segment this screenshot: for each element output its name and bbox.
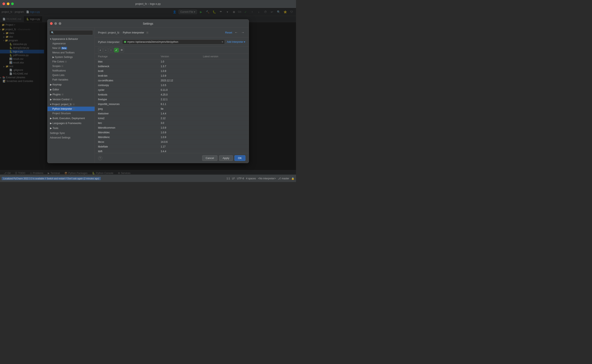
dialog-close[interactable] (50, 22, 53, 25)
table-row[interactable]: libcxx14.0.6 (95, 140, 249, 144)
table-row[interactable]: lerc3.0 (95, 121, 249, 125)
minimize-button[interactable] (7, 2, 9, 5)
ok-button[interactable]: OK (235, 155, 245, 161)
settings-item-new-ui[interactable]: New UI Beta (47, 46, 95, 50)
dialog-title-bar: Settings (47, 20, 249, 28)
dialog-title: Settings (143, 22, 153, 25)
package-name: libffi (95, 149, 158, 153)
settings-item-system[interactable]: ▶ System Settings (47, 55, 95, 59)
settings-item-python-interpreter[interactable]: Python Interpreter ⊞ (47, 107, 95, 111)
maximize-button[interactable] (11, 2, 14, 5)
package-latest-version (200, 64, 249, 69)
close-button[interactable] (2, 2, 5, 5)
settings-search-input[interactable] (49, 30, 93, 35)
status-interpreter[interactable]: <No interpreter> (258, 177, 276, 180)
section-header-tools[interactable]: ▶ Tools (47, 126, 95, 130)
table-row[interactable]: brotli-bin1.0.9 (95, 73, 249, 78)
section-version-control: ▶ Version Control ⊞ (47, 97, 95, 102)
package-latest-version (200, 83, 249, 88)
settings-item-appearance[interactable]: Appearance (47, 41, 95, 46)
table-row[interactable]: blas1.0 (95, 59, 249, 64)
table-row[interactable]: jpeg9e (95, 107, 249, 111)
package-latest-version (200, 97, 249, 102)
table-row[interactable]: libbrotlienc1.0.9 (95, 135, 249, 140)
package-name: blas (95, 59, 158, 64)
package-table: Package Version Latest version blas1.0bo… (95, 54, 249, 153)
table-row[interactable]: libbrotlicommon1.0.9 (95, 125, 249, 130)
package-name: importlib_resources (95, 102, 158, 107)
nav-forward-button[interactable]: → (241, 30, 245, 35)
status-line-col[interactable]: 1:1 (227, 177, 230, 180)
table-row[interactable]: cycler0.11.0 (95, 88, 249, 92)
table-row[interactable]: freetype2.12.1 (95, 97, 249, 102)
help-button[interactable]: ? (98, 156, 102, 160)
settings-item-file-colors[interactable]: File Colors ⊞ (47, 59, 95, 64)
settings-item-project-structure[interactable]: Project Structure (47, 111, 95, 116)
dialog-traffic-lights (50, 22, 61, 25)
apply-package-button[interactable]: ✓ (114, 48, 119, 52)
table-row[interactable]: libffi3.4.4 (95, 149, 249, 153)
breadcrumb-current: Python Interpreter (123, 31, 144, 34)
status-indent[interactable]: 4 spaces (246, 177, 256, 180)
package-latest-version (200, 88, 249, 92)
notification-text[interactable]: Localized PyCharm 2022.3.3 is available … (2, 177, 101, 180)
settings-package-button[interactable]: 👁 (120, 48, 124, 52)
status-branch[interactable]: ⎇ master (278, 177, 289, 180)
settings-item-advanced[interactable]: Advanced Settings (47, 135, 95, 140)
table-row[interactable]: contourpy1.0.5 (95, 83, 249, 88)
table-row[interactable]: importlib_resources6.1.1 (95, 102, 249, 107)
add-package-button[interactable]: + (98, 48, 103, 52)
section-header-build[interactable]: ▶ Build, Execution, Deployment (47, 116, 95, 121)
settings-item-path-variables[interactable]: Path Variables (47, 78, 95, 82)
interpreter-status-dot (124, 41, 126, 43)
settings-item-menus-toolbars[interactable]: Menus and Toolbars (47, 50, 95, 55)
settings-item-quick-lists[interactable]: Quick Lists (47, 73, 95, 78)
interpreter-dropdown-arrow: ▾ (222, 40, 223, 43)
section-header-project[interactable]: ▾ Project: project_fz ⊞ (47, 102, 95, 107)
table-row[interactable]: libdeflate1.17 (95, 144, 249, 149)
table-row[interactable]: fonttools4.25.0 (95, 92, 249, 97)
status-lf[interactable]: LF (232, 177, 235, 180)
section-editor: ▶ Editor (47, 87, 95, 92)
add-interpreter-button[interactable]: Add Interpreter ▾ (227, 40, 245, 43)
section-plugins: ▶ Plugins ⊞ (47, 92, 95, 97)
col-package[interactable]: Package (95, 54, 158, 59)
section-header-appearance-behavior[interactable]: ▾ Appearance & Behavior (47, 37, 95, 41)
package-version: 6.1.1 (157, 102, 200, 107)
interpreter-select[interactable]: myenv /opt/anaconda3/envs/myenv/bin/pyth… (122, 39, 225, 44)
dialog-expand[interactable] (59, 22, 61, 25)
upgrade-package-button[interactable]: ↑ (109, 48, 113, 52)
package-latest-version (200, 149, 249, 153)
table-row[interactable]: lcms22.12 (95, 116, 249, 121)
remove-package-button[interactable]: − (103, 48, 108, 52)
section-header-version-control[interactable]: ▶ Version Control ⊞ (47, 97, 95, 102)
breadcrumb-project-part[interactable]: Project: project_fz (98, 31, 120, 34)
col-version[interactable]: Version (157, 54, 200, 59)
settings-item-sync[interactable]: Settings Sync (47, 131, 95, 135)
package-version: 2.12 (157, 116, 200, 121)
settings-dialog: Settings ▾ Appearance & Behavior Appeara… (47, 19, 249, 163)
reset-button[interactable]: Reset (225, 31, 232, 34)
section-project: ▾ Project: project_fz ⊞ Python Interpret… (47, 102, 95, 116)
section-header-keymap[interactable]: ▶ Keymap (47, 82, 95, 87)
section-appearance-behavior: ▾ Appearance & Behavior Appearance New U… (47, 37, 95, 82)
table-row[interactable]: libbrotlidec1.0.9 (95, 130, 249, 135)
table-row[interactable]: ca-certificates2023.12.12 (95, 78, 249, 83)
table-row[interactable]: brotli1.0.9 (95, 69, 249, 73)
package-version: 1.0.9 (157, 73, 200, 78)
cancel-button[interactable]: Cancel (202, 155, 217, 161)
settings-item-scopes[interactable]: Scopes ⊞ (47, 64, 95, 68)
settings-item-notifications[interactable]: Notifications (47, 68, 95, 73)
apply-button[interactable]: Apply (219, 155, 233, 161)
nav-back-button[interactable]: ← (234, 30, 239, 35)
section-header-plugins[interactable]: ▶ Plugins ⊞ (47, 92, 95, 97)
dialog-minimize[interactable] (54, 22, 57, 25)
col-latest[interactable]: Latest version (200, 54, 249, 59)
table-row[interactable]: bottleneck1.3.7 (95, 64, 249, 69)
status-charset[interactable]: UTF-8 (237, 177, 244, 180)
pin-icon[interactable]: ⊞ (146, 31, 148, 34)
table-row[interactable]: kiwisolver1.4.4 (95, 111, 249, 116)
section-header-editor[interactable]: ▶ Editor (47, 87, 95, 92)
package-version: 1.3.7 (157, 64, 200, 69)
section-header-languages[interactable]: ▶ Languages & Frameworks (47, 121, 95, 125)
